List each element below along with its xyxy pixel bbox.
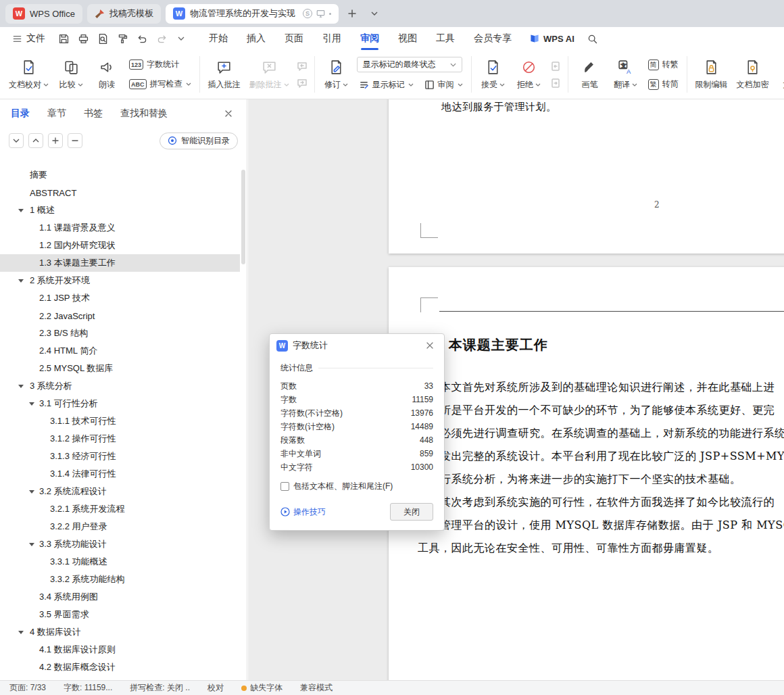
toc-item[interactable]: 2.3 B/S 结构 (0, 325, 240, 342)
menu-tab[interactable]: 页面 (275, 27, 313, 50)
toc-item[interactable]: 2.5 MYSQL 数据库 (0, 360, 240, 377)
toc-item[interactable]: 3.2.1 系统开发流程 (0, 500, 240, 518)
toc-item[interactable]: 4.2 数据库概念设计 (0, 658, 240, 676)
close-button[interactable]: 关闭 (390, 503, 433, 521)
toc-item[interactable]: 3.2 系统流程设计 (0, 483, 240, 500)
zoom-out-level-button[interactable] (68, 133, 82, 148)
sidebar-scrollbar[interactable] (241, 170, 245, 264)
spell-check-button[interactable]: ABC 拼写检查 (127, 77, 193, 92)
to-simplified-button[interactable]: 繁 转简 (646, 77, 681, 92)
menu-tab[interactable]: 审阅 (351, 27, 389, 50)
menu-tab[interactable]: 开始 (199, 27, 237, 50)
toc-item[interactable]: 1.1 课题背景及意义 (0, 219, 240, 237)
toc-item[interactable]: 3.3.1 功能概述 (0, 553, 240, 571)
to-traditional-button[interactable]: 简 转繁 (646, 57, 681, 72)
proofread-indicator[interactable]: 校对 (207, 682, 224, 694)
track-changes-button[interactable]: 修订 (320, 53, 353, 96)
sidebar-close-button[interactable] (221, 106, 236, 121)
collapse-all-button[interactable] (28, 133, 43, 148)
toc-item[interactable]: 1.3 本课题主要工作 (0, 254, 240, 272)
reject-change-button[interactable]: 拒绝 (512, 53, 546, 96)
insert-comment-button[interactable]: 插入批注 (205, 53, 244, 96)
toc-item[interactable]: 3.2.2 用户登录 (0, 518, 240, 535)
expand-all-button[interactable] (9, 133, 24, 148)
toc-item[interactable]: 3.1.4 法律可行性 (0, 465, 240, 483)
tab-list-button[interactable] (366, 5, 383, 22)
previous-change-button[interactable] (549, 60, 562, 72)
new-tab-button[interactable] (343, 5, 361, 22)
toc-item[interactable]: 3.1.2 操作可行性 (0, 430, 240, 448)
tab-template-store[interactable]: 找稿壳模板 (87, 4, 161, 24)
document-page-2[interactable] (389, 99, 784, 254)
toc-item[interactable]: 3.5 界面需求 (0, 606, 240, 623)
toc-item[interactable]: 3.3 系统功能设计 (0, 535, 240, 553)
compatibility-mode-indicator[interactable]: 兼容模式 (300, 682, 333, 694)
format-painter-button[interactable] (114, 30, 131, 47)
toc-item[interactable]: 1 概述 (0, 201, 240, 219)
menu-tab[interactable]: 会员专享 (464, 27, 521, 50)
word-count-indicator[interactable]: 字数: 11159... (64, 682, 112, 694)
toc-item[interactable]: 3.1.3 经济可行性 (0, 448, 240, 465)
menu-tab[interactable]: 工具 (426, 27, 464, 50)
document-permission-button-clipped[interactable]: 文档 (775, 53, 784, 96)
translate-button[interactable]: 文 A 翻译 (609, 53, 643, 96)
show-markup-button[interactable]: 显示标记 (357, 77, 416, 92)
collapse-arrow-icon[interactable] (29, 543, 34, 546)
collapse-arrow-icon[interactable] (18, 209, 24, 212)
next-comment-button[interactable] (296, 77, 308, 89)
zoom-in-level-button[interactable] (48, 133, 63, 148)
smart-toc-button[interactable]: 智能识别目录 (160, 133, 238, 149)
collapse-arrow-icon[interactable] (18, 631, 24, 634)
tab-wps-office[interactable]: W WPS Office (5, 4, 82, 24)
read-aloud-button[interactable]: 朗读 (90, 53, 124, 96)
menu-tab[interactable]: 插入 (237, 27, 275, 50)
ink-pen-button[interactable]: 画笔 (573, 53, 607, 96)
toc-item[interactable]: 3 系统分析 (0, 377, 240, 395)
restrict-editing-button[interactable]: 限制编辑 (692, 53, 731, 96)
checkbox-unchecked[interactable] (280, 482, 289, 491)
more-quick-tools-button[interactable] (172, 30, 190, 47)
wps-ai-button[interactable]: WPS AI (529, 33, 574, 44)
spell-check-indicator[interactable]: 拼写检查: 关闭 .. (130, 682, 190, 694)
toc-item[interactable]: 3.1.1 技术可行性 (0, 412, 240, 430)
save-button[interactable] (55, 30, 72, 47)
file-menu-button[interactable]: 文件 (7, 30, 51, 47)
collapse-arrow-icon[interactable] (29, 402, 34, 406)
collapse-arrow-icon[interactable] (18, 385, 24, 388)
compare-button[interactable]: 比较 (54, 53, 88, 96)
next-change-button[interactable] (549, 77, 562, 89)
print-preview-button[interactable] (94, 30, 112, 47)
undo-button[interactable] (133, 30, 151, 47)
print-button[interactable] (74, 30, 92, 47)
include-footnotes-option[interactable]: 包括文本框、脚注和尾注(F) (280, 481, 433, 492)
collapse-arrow-icon[interactable] (29, 490, 34, 494)
toc-item[interactable]: 2.4 HTML 简介 (0, 342, 240, 360)
toc-item[interactable]: 摘要 (0, 166, 240, 184)
encrypt-document-button[interactable]: 文档加密 (733, 53, 773, 96)
missing-font-indicator[interactable]: 缺失字体 (241, 682, 283, 694)
toc-item[interactable]: ABSTRACT (0, 184, 240, 201)
sidebar-tab-bookmarks[interactable]: 书签 (84, 107, 103, 120)
delete-comment-button[interactable]: 删除批注 (246, 53, 293, 96)
proofread-button[interactable]: 文档校对 (5, 53, 52, 96)
tab-document[interactable]: W 物流管理系统的开发与实现 S (166, 4, 339, 24)
toc-item[interactable]: 4.1 数据库设计原则 (0, 641, 240, 658)
toc-item[interactable]: 2.2 JavaScript (0, 307, 240, 325)
sidebar-tab-contents[interactable]: 目录 (11, 107, 30, 120)
menu-tab[interactable]: 引用 (313, 27, 351, 50)
markup-state-select[interactable]: 显示标记的最终状态 (357, 57, 462, 72)
collapse-arrow-icon[interactable] (18, 279, 24, 283)
toc-item[interactable]: 3.3.2 系统功能结构 (0, 571, 240, 588)
toc-item[interactable]: 1.2 国内外研究现状 (0, 237, 240, 254)
toc-item[interactable]: 3.1 可行性分析 (0, 395, 240, 412)
review-pane-button[interactable]: 审阅 (422, 77, 465, 92)
menu-tab[interactable]: 视图 (389, 27, 426, 50)
dialog-title-bar[interactable]: W 字数统计 (270, 334, 444, 357)
toc-item[interactable]: 2.1 JSP 技术 (0, 289, 240, 307)
accept-change-button[interactable]: 接受 (476, 53, 510, 96)
tips-link[interactable]: 操作技巧 (280, 506, 326, 518)
redo-button[interactable] (153, 30, 170, 47)
word-count-button[interactable]: 123 字数统计 (127, 57, 193, 72)
page-indicator[interactable]: 页面: 7/33 (9, 682, 46, 694)
toc-item[interactable]: 3.4 系统用例图 (0, 588, 240, 606)
